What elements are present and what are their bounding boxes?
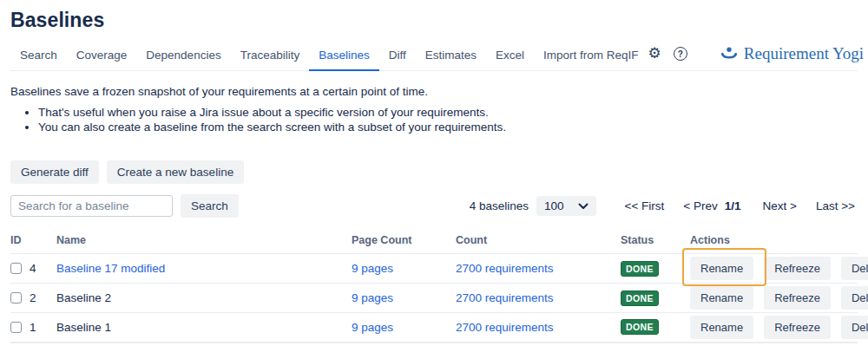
column-header-name: Name — [56, 232, 352, 254]
row-checkbox[interactable] — [10, 322, 22, 333]
intro-text: Baselines save a frozen snapshot of your… — [10, 85, 858, 99]
delete-button[interactable]: Delete — [841, 257, 868, 280]
tab-dependencies[interactable]: Dependencies — [136, 43, 230, 71]
requirement-count-link[interactable]: 2700 requirements — [456, 291, 554, 304]
refreeze-button[interactable]: Refreeze — [764, 257, 831, 280]
toolbar: Generate diff Create a new baseline — [10, 160, 858, 184]
brand-logo[interactable]: Requirement Yogi — [720, 44, 864, 63]
requirement-count-link[interactable]: 2700 requirements — [456, 262, 554, 275]
tab-estimates[interactable]: Estimates — [416, 43, 486, 71]
pagination: 4 baselines 100 << First < Prev 1/1 Next… — [470, 196, 858, 216]
tab-coverage[interactable]: Coverage — [67, 43, 137, 71]
gear-icon[interactable]: ⚙ — [648, 47, 661, 61]
tab-excel[interactable]: Excel — [486, 43, 534, 71]
baseline-name: Baseline 1 — [56, 321, 111, 334]
intro-bullet-list: That's useful when you raise a Jira issu… — [10, 105, 858, 134]
delete-button[interactable]: Delete — [841, 316, 868, 339]
page-count-link[interactable]: 9 pages — [352, 321, 393, 334]
table-row: 4 Baseline 17 modified 9 pages 2700 requ… — [10, 254, 858, 284]
status-badge: DONE — [621, 319, 659, 335]
create-baseline-button[interactable]: Create a new baseline — [107, 160, 244, 184]
controls-row: Search 4 baselines 100 << First < Prev 1… — [10, 194, 858, 218]
tab-bar: Search Coverage Dependencies Traceabilit… — [10, 43, 858, 71]
search-input[interactable] — [10, 195, 173, 217]
refreeze-button[interactable]: Refreeze — [764, 286, 831, 310]
row-id: 4 — [30, 262, 36, 275]
rename-button[interactable]: Rename — [690, 316, 753, 339]
page-size-select[interactable]: 100 — [536, 196, 596, 216]
row-checkbox[interactable] — [10, 263, 22, 274]
row-checkbox[interactable] — [10, 292, 22, 304]
status-badge: DONE — [621, 290, 659, 306]
chevron-down-icon — [578, 203, 589, 210]
delete-button[interactable]: Delete — [841, 286, 868, 310]
first-page-link[interactable]: << First — [622, 199, 667, 212]
tab-traceability[interactable]: Traceability — [231, 43, 310, 71]
tab-baselines[interactable]: Baselines — [309, 43, 379, 71]
baseline-name-link[interactable]: Baseline 17 modified — [56, 262, 165, 275]
tab-import-reqif[interactable]: Import from ReqIF — [534, 43, 648, 71]
intro-bullet: That's useful when you raise a Jira issu… — [38, 105, 858, 120]
table-header-row: ID Name Page Count Count Status Actions — [10, 232, 858, 254]
page-indicator: 1/1 — [725, 199, 741, 212]
pager: << First < Prev 1/1 Next > Last >> — [622, 199, 858, 212]
intro-bullet: You can also create a baseline from the … — [38, 120, 858, 134]
tabbar-right-icons: ⚙ ? Requirement Yogi — [648, 44, 865, 70]
tab-diff[interactable]: Diff — [379, 43, 416, 71]
page-count-link[interactable]: 9 pages — [352, 291, 393, 304]
column-header-actions: Actions — [690, 232, 858, 254]
column-header-page-count: Page Count — [352, 232, 456, 254]
page-count-link[interactable]: 9 pages — [352, 262, 393, 275]
baseline-count-label: 4 baselines — [470, 199, 529, 212]
generate-diff-button[interactable]: Generate diff — [10, 160, 99, 184]
rename-button[interactable]: Rename — [690, 286, 753, 310]
page-title: Baselines — [10, 9, 858, 31]
help-icon[interactable]: ? — [674, 47, 687, 61]
prev-page-link[interactable]: < Prev — [681, 199, 720, 212]
column-header-id: ID — [10, 232, 56, 254]
page-size-value: 100 — [544, 199, 564, 212]
row-id: 1 — [30, 321, 36, 334]
search-button[interactable]: Search — [181, 194, 239, 218]
column-header-status: Status — [621, 232, 690, 254]
baselines-page: Baselines Search Coverage Dependencies T… — [0, 9, 868, 343]
rename-button[interactable]: Rename — [690, 257, 753, 280]
next-page-link[interactable]: Next > — [760, 199, 799, 212]
brand-name: Requirement Yogi — [744, 44, 864, 63]
table-row: 1 Baseline 1 9 pages 2700 requirements D… — [10, 313, 858, 343]
baselines-table: ID Name Page Count Count Status Actions … — [10, 232, 858, 343]
last-page-link[interactable]: Last >> — [813, 199, 858, 212]
refreeze-button[interactable]: Refreeze — [764, 316, 831, 339]
requirement-count-link[interactable]: 2700 requirements — [456, 321, 554, 334]
baseline-name: Baseline 2 — [56, 291, 111, 304]
status-badge: DONE — [621, 261, 659, 277]
column-header-count: Count — [456, 232, 621, 254]
row-id: 2 — [30, 291, 36, 304]
tab-search[interactable]: Search — [10, 43, 67, 71]
yogi-logo-icon — [720, 47, 738, 61]
table-row: 2 Baseline 2 9 pages 2700 requirements D… — [10, 284, 858, 313]
